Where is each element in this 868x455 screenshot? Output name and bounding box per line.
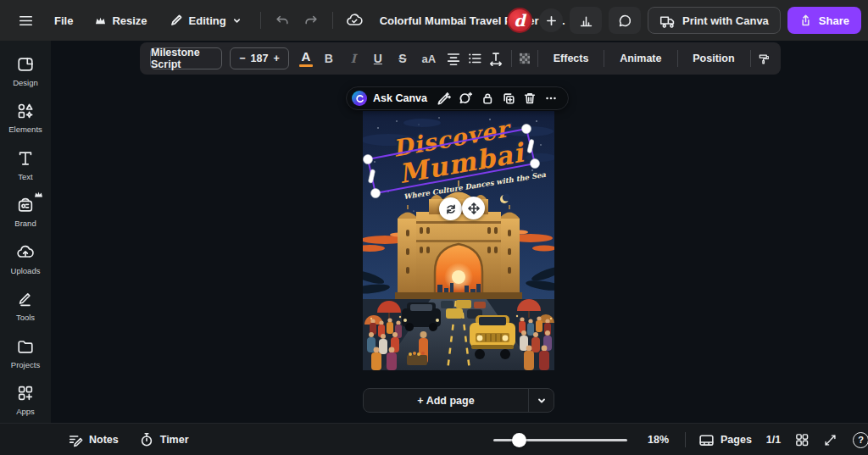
street-scene (363, 299, 554, 370)
notes-button[interactable]: Notes (68, 432, 119, 447)
lock-button[interactable] (481, 92, 494, 105)
hamburger-menu-icon (18, 13, 34, 29)
copy-style-roller-icon[interactable] (758, 51, 771, 67)
fullscreen-icon (823, 433, 837, 447)
grid-view-button[interactable] (794, 432, 810, 447)
add-comment-button[interactable] (459, 92, 473, 106)
avatar[interactable]: d (507, 8, 532, 33)
pencil-icon (170, 14, 183, 27)
black-car (402, 302, 441, 331)
trash-icon (523, 92, 537, 105)
help-button[interactable]: ? (853, 432, 868, 448)
text-align-icon[interactable] (446, 51, 461, 66)
share-button[interactable]: Share (787, 7, 861, 34)
sidebar-item-tools[interactable]: Tools (0, 283, 51, 330)
transparency-icon[interactable] (520, 52, 530, 65)
rotate-handle[interactable] (439, 197, 462, 220)
font-family-selector[interactable]: Milestone Script (150, 47, 222, 69)
print-with-canva-button[interactable]: Print with Canva (648, 7, 781, 34)
strikethrough-button[interactable]: S (393, 52, 412, 65)
toolbar-divider (750, 50, 751, 67)
comment-icon (618, 14, 632, 28)
file-menu[interactable]: File (54, 14, 73, 27)
sidebar-item-uploads[interactable]: Uploads (0, 236, 51, 283)
undo-icon (275, 13, 290, 28)
topbar-divider (332, 12, 333, 29)
text-icon (16, 149, 35, 168)
add-page-button[interactable]: + Add page (364, 389, 528, 412)
plus-icon (546, 15, 557, 26)
font-name: Milestone Script (151, 47, 221, 70)
toolbar-divider (604, 50, 604, 67)
comment-plus-icon (459, 92, 473, 106)
fullscreen-button[interactable] (823, 433, 837, 447)
lock-icon (481, 92, 494, 105)
comments-button[interactable] (609, 7, 641, 34)
file-menu-label: File (54, 14, 73, 27)
letter-spacing-icon[interactable] (488, 51, 504, 66)
resize-button[interactable]: Resize (95, 14, 147, 27)
redo-icon (303, 13, 319, 28)
help-label: ? (858, 435, 864, 445)
position-button[interactable]: Position (685, 53, 742, 64)
canva-ai-icon (352, 91, 367, 106)
sidebar-item-projects[interactable]: Projects (0, 330, 51, 377)
delete-button[interactable] (523, 92, 537, 105)
vendor-cart (407, 355, 427, 365)
sidebar-item-apps[interactable]: Apps (0, 377, 51, 424)
magic-edit-icon (437, 92, 451, 106)
pages-label: Pages (721, 434, 752, 446)
redo-button[interactable] (303, 13, 319, 28)
ask-canva-label: Ask Canva (373, 92, 427, 104)
editing-mode-dropdown[interactable]: Editing (170, 14, 242, 27)
sidebar-item-text[interactable]: Text (0, 141, 51, 189)
tools-pen-icon (16, 290, 35, 308)
timer-button[interactable]: Timer (139, 432, 189, 447)
cloud-save-status[interactable] (346, 12, 363, 29)
text-color-button[interactable]: A (299, 50, 313, 67)
undo-button[interactable] (275, 13, 290, 28)
font-size-stepper: − 187 + (230, 47, 289, 69)
crown-icon (34, 191, 43, 198)
move-icon (468, 203, 480, 214)
sidebar: Design Elements Text Brand Uploads Tools… (0, 41, 51, 424)
sidebar-item-elements[interactable]: Elements (0, 95, 51, 142)
grid-view-icon (794, 432, 810, 447)
apps-grid-icon (16, 384, 35, 402)
poster-page[interactable]: Discover Mumbai Where Culture Dances wit… (363, 111, 554, 370)
ellipsis-icon (544, 92, 558, 105)
underline-button[interactable]: U (369, 52, 387, 65)
effects-button[interactable]: Effects (546, 53, 597, 64)
decrease-font-button[interactable]: − (239, 53, 245, 64)
increase-font-button[interactable]: + (274, 53, 280, 64)
pages-button[interactable]: Pages (698, 432, 752, 448)
sidebar-item-brand[interactable]: Brand (0, 189, 51, 236)
more-options-button[interactable] (544, 92, 558, 105)
bottom-bar: Notes Timer 18% Pages 1/1 ? (0, 423, 868, 455)
animate-button[interactable]: Animate (612, 53, 669, 64)
move-handle[interactable] (462, 197, 485, 219)
zoom-level[interactable]: 18% (648, 434, 675, 446)
magic-edit-button[interactable] (437, 92, 451, 106)
add-member-button[interactable] (539, 8, 563, 32)
italic-button[interactable]: I (344, 52, 363, 65)
bar-chart-icon (579, 14, 593, 28)
text-case-button[interactable]: aA (418, 53, 440, 65)
toolbar-divider (537, 50, 538, 67)
list-icon[interactable] (467, 51, 482, 66)
crown-icon (95, 16, 106, 25)
editing-label: Editing (189, 14, 226, 27)
insights-button[interactable] (570, 7, 602, 34)
ask-canva-button[interactable]: Ask Canva (352, 91, 429, 106)
design-icon (16, 55, 35, 74)
duplicate-button[interactable] (502, 92, 515, 105)
share-icon (799, 14, 812, 27)
font-size-value[interactable]: 187 (251, 53, 269, 64)
sidebar-item-design[interactable]: Design (0, 47, 51, 95)
bold-button[interactable]: B (320, 52, 338, 65)
add-page-dropdown[interactable] (528, 389, 554, 412)
main-menu-button[interactable] (10, 13, 41, 29)
sun (452, 270, 465, 284)
zoom-slider-thumb[interactable] (512, 433, 526, 447)
zoom-slider[interactable] (493, 439, 627, 441)
